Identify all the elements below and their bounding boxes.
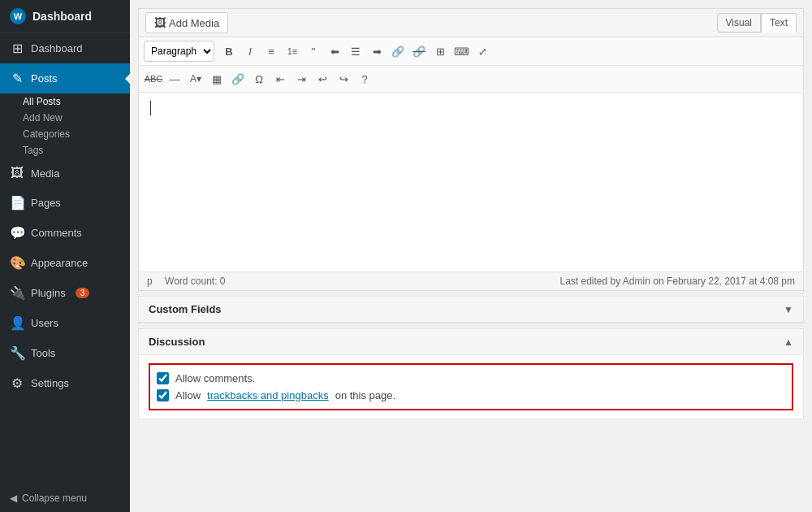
pages-icon: 📄 <box>10 195 24 210</box>
sidebar-item-pages[interactable]: 📄 Pages <box>0 188 130 218</box>
keyboard-shortcuts-button[interactable]: ⌨ <box>451 41 471 61</box>
collapse-menu-label: Collapse menu <box>22 492 87 504</box>
status-right: Last edited by Admin on February 22, 201… <box>559 276 795 287</box>
custom-fields-title: Custom Fields <box>149 303 222 315</box>
sidebar-item-label: Tools <box>31 347 55 359</box>
main-content: 🖼 Add Media Visual Text Paragraph Headin… <box>130 0 812 512</box>
horizontal-rule-button[interactable]: — <box>165 69 184 89</box>
wp-icon: W <box>10 8 26 24</box>
allow-trackbacks-checkbox[interactable] <box>157 389 169 401</box>
sidebar-item-plugins[interactable]: 🔌 Plugins 3 <box>0 278 130 308</box>
italic-button[interactable]: I <box>240 41 260 61</box>
insert-table-button[interactable]: ⊞ <box>430 41 450 61</box>
tab-visual[interactable]: Visual <box>717 13 761 33</box>
sidebar-item-comments[interactable]: 💬 Comments <box>0 218 130 248</box>
unlink-button[interactable]: 🔗 <box>409 41 429 61</box>
status-left: p Word count: 0 <box>147 276 226 287</box>
discussion-highlight-box: Allow comments. Allow trackbacks and pin… <box>149 363 793 410</box>
redo-button[interactable]: ↪ <box>334 69 353 89</box>
current-tag: p <box>147 276 153 287</box>
trackbacks-link[interactable]: trackbacks and pingbacks <box>207 389 329 401</box>
editor-wrap: 🖼 Add Media Visual Text Paragraph Headin… <box>138 8 804 291</box>
special-chars-button[interactable]: Ω <box>249 69 269 89</box>
collapse-menu[interactable]: ◀ Collapse menu <box>0 484 130 512</box>
sidebar-sub-add-new[interactable]: Add New <box>0 110 130 126</box>
plugins-badge: 3 <box>76 288 90 298</box>
media-icon: 🖼 <box>10 166 24 180</box>
sidebar-logo: W Dashboard <box>0 0 130 33</box>
outdent-button[interactable]: ⇤ <box>270 69 290 89</box>
posts-icon: ✎ <box>10 71 24 86</box>
appearance-icon: 🎨 <box>10 255 24 271</box>
strikethrough-button[interactable]: ABC <box>144 69 163 89</box>
editor-body[interactable] <box>139 93 803 271</box>
sidebar-item-label: Appearance <box>31 257 88 269</box>
users-icon: 👤 <box>10 315 24 331</box>
ul-button[interactable]: ≡ <box>261 41 281 61</box>
sidebar-item-tools[interactable]: 🔧 Tools <box>0 338 130 368</box>
allow-trackbacks-label-before: Allow <box>175 389 201 401</box>
allow-comments-label: Allow comments. <box>175 372 255 384</box>
discussion-toggle-icon: ▲ <box>784 336 793 348</box>
tools-icon: 🔧 <box>10 345 24 361</box>
custom-fields-header[interactable]: Custom Fields ▼ <box>139 297 803 323</box>
align-right-button[interactable]: ➡ <box>367 41 387 61</box>
tab-text[interactable]: Text <box>761 13 797 33</box>
word-count-label: Word count: <box>165 276 217 287</box>
blockquote-button[interactable]: " <box>304 41 323 61</box>
toolbar-row-2: ABC — A▾ ▦ 🔗 Ω ⇤ ⇥ ↩ ↪ ? <box>139 66 803 93</box>
fullscreen-button[interactable]: ⤢ <box>473 41 492 61</box>
help-button[interactable]: ? <box>355 69 374 89</box>
font-color-button[interactable]: A▾ <box>186 69 205 89</box>
word-count-value: 0 <box>220 276 226 287</box>
align-center-button[interactable]: ☰ <box>346 41 365 61</box>
allow-trackbacks-item: Allow trackbacks and pingbacks on this p… <box>157 387 785 404</box>
allow-comments-checkbox[interactable] <box>157 372 169 384</box>
ol-button[interactable]: 1≡ <box>283 41 302 61</box>
sidebar-item-label: Dashboard <box>31 42 83 54</box>
add-media-label: Add Media <box>169 17 219 29</box>
insert-link-button[interactable]: 🔗 <box>388 41 408 61</box>
sidebar-item-label: Settings <box>31 377 69 389</box>
allow-trackbacks-label-after: on this page. <box>335 389 395 401</box>
sidebar-item-label: Users <box>31 317 58 329</box>
sidebar-item-settings[interactable]: ⚙ Settings <box>0 368 130 398</box>
align-left-button[interactable]: ⬅ <box>325 41 344 61</box>
toolbar-row-1: Paragraph Heading 1 Heading 2 Heading 3 … <box>139 37 803 66</box>
indent-button[interactable]: ⇥ <box>292 69 311 89</box>
sidebar-item-users[interactable]: 👤 Users <box>0 308 130 338</box>
editor-top-bar: 🖼 Add Media Visual Text <box>139 9 803 37</box>
add-media-button[interactable]: 🖼 Add Media <box>145 12 228 33</box>
discussion-title: Discussion <box>149 336 205 348</box>
sidebar-item-label: Posts <box>31 72 58 85</box>
insert-link2-button[interactable]: 🔗 <box>228 69 248 89</box>
custom-chars-button[interactable]: ▦ <box>207 69 227 89</box>
sidebar-item-media[interactable]: 🖼 Media <box>0 158 130 188</box>
paragraph-select[interactable]: Paragraph Heading 1 Heading 2 Heading 3 <box>144 41 214 62</box>
discussion-body: Allow comments. Allow trackbacks and pin… <box>139 355 803 419</box>
sidebar-sub-categories[interactable]: Categories <box>0 126 130 142</box>
sidebar-item-dashboard[interactable]: ⊞ Dashboard <box>0 33 130 63</box>
sidebar-sub-all-posts[interactable]: All Posts <box>0 93 130 110</box>
add-media-icon: 🖼 <box>154 16 166 29</box>
discussion-meta-box: Discussion ▲ Allow comments. Allow track… <box>138 328 804 419</box>
bold-button[interactable]: B <box>219 41 239 61</box>
sidebar-item-appearance[interactable]: 🎨 Appearance <box>0 248 130 278</box>
sidebar: W Dashboard ⊞ Dashboard ✎ Posts All Post… <box>0 0 130 512</box>
sidebar-item-label: Media <box>31 167 59 180</box>
sidebar-logo-text: Dashboard <box>32 10 92 23</box>
allow-comments-item: Allow comments. <box>157 370 785 387</box>
text-cursor <box>150 101 151 115</box>
last-edited-text: Last edited by Admin on February 22, 201… <box>559 276 795 287</box>
collapse-arrow-icon: ◀ <box>10 492 17 504</box>
custom-fields-meta-box: Custom Fields ▼ <box>138 296 804 323</box>
discussion-header[interactable]: Discussion ▲ <box>139 329 803 355</box>
undo-button[interactable]: ↩ <box>313 69 332 89</box>
sidebar-item-label: Pages <box>31 197 61 209</box>
sidebar-item-label: Plugins <box>31 287 66 299</box>
plugins-icon: 🔌 <box>10 285 24 301</box>
sidebar-sub-tags[interactable]: Tags <box>0 142 130 158</box>
comments-icon: 💬 <box>10 225 24 241</box>
sidebar-item-posts[interactable]: ✎ Posts <box>0 63 130 93</box>
editor-statusbar: p Word count: 0 Last edited by Admin on … <box>139 271 803 290</box>
